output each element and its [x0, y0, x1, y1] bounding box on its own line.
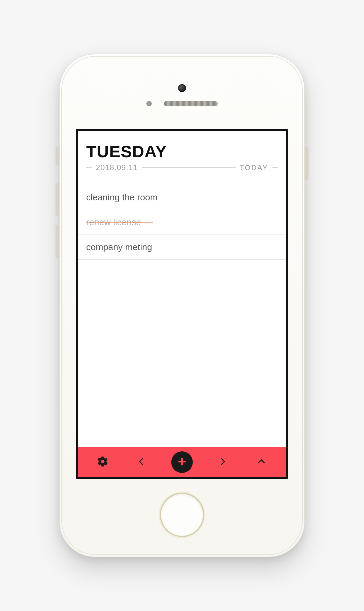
task-text: company meting: [86, 242, 152, 252]
task-row[interactable]: renew license: [78, 210, 286, 235]
mute-switch: [57, 147, 60, 165]
home-button: [161, 494, 203, 536]
chevron-right-icon: [218, 456, 228, 468]
task-row[interactable]: cleaning the room: [78, 185, 286, 210]
task-row[interactable]: company meting: [78, 235, 286, 260]
phone-frame: TUESDAY 2018.09.11 TODAY cleaning the ro…: [59, 54, 305, 557]
date-row: 2018.09.11 TODAY: [86, 163, 278, 172]
volume-down-button: [57, 225, 60, 258]
gear-icon: [97, 456, 109, 469]
task-list: cleaning the roomrenew licensecompany me…: [78, 185, 286, 260]
settings-button[interactable]: [94, 453, 112, 471]
task-text: cleaning the room: [86, 192, 157, 202]
header: TUESDAY 2018.09.11 TODAY: [78, 131, 286, 175]
front-camera: [178, 84, 186, 92]
power-button: [304, 147, 307, 180]
earpiece-speaker: [164, 101, 218, 106]
date-text: 2018.09.11: [96, 163, 138, 172]
add-button[interactable]: [171, 451, 193, 473]
strikethrough: [86, 222, 153, 223]
proximity-sensor: [146, 101, 152, 106]
next-button[interactable]: [214, 453, 232, 471]
divider: [86, 167, 92, 168]
plus-icon: [177, 456, 187, 468]
day-title: TUESDAY: [86, 142, 278, 161]
divider: [142, 167, 235, 168]
bottom-nav: [78, 447, 286, 477]
task-text: renew license: [86, 217, 141, 227]
chevron-up-icon: [256, 456, 266, 468]
collapse-button[interactable]: [252, 453, 270, 471]
phone-top-hardware: [60, 84, 304, 106]
app-screen: TUESDAY 2018.09.11 TODAY cleaning the ro…: [76, 129, 288, 479]
previous-button[interactable]: [132, 453, 150, 471]
divider: [272, 167, 278, 168]
volume-up-button: [57, 183, 60, 216]
chevron-left-icon: [136, 456, 146, 468]
today-label[interactable]: TODAY: [240, 164, 268, 172]
